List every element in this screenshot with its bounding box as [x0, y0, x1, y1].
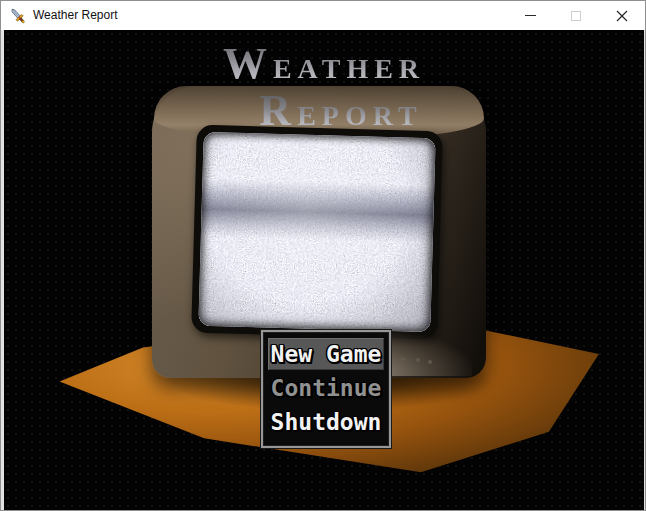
title-menu-window: New Game Continue Shutdown — [261, 330, 391, 448]
game-viewport: Weather Report New Game Continue Shutdow… — [4, 30, 644, 510]
tv-button-icon — [416, 358, 420, 362]
menu-item-new-game[interactable]: New Game — [268, 338, 384, 370]
maximize-button[interactable] — [553, 1, 599, 30]
window-title: Weather Report — [33, 1, 118, 30]
menu-item-label: Continue — [271, 375, 382, 401]
window: Weather Report — [0, 0, 646, 511]
tv-button-icon — [400, 358, 406, 361]
tv-static-screen — [198, 132, 435, 332]
menu-item-label: Shutdown — [271, 409, 382, 435]
window-controls — [507, 1, 645, 30]
tv-bezel — [191, 125, 443, 340]
screen-vignette — [198, 132, 435, 332]
menu-item-label: New Game — [271, 341, 382, 367]
close-icon — [616, 10, 628, 22]
close-button[interactable] — [599, 1, 645, 30]
minimize-icon — [525, 15, 536, 16]
maximize-icon — [571, 11, 581, 21]
minimize-button[interactable] — [507, 1, 553, 30]
menu-item-continue[interactable]: Continue — [268, 372, 384, 404]
sword-icon[interactable] — [9, 7, 27, 25]
menu-item-shutdown[interactable]: Shutdown — [268, 406, 384, 438]
tv-button-icon — [428, 360, 432, 364]
titlebar[interactable]: Weather Report — [1, 1, 645, 30]
